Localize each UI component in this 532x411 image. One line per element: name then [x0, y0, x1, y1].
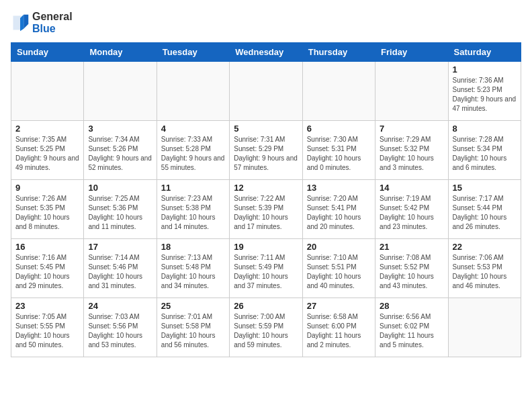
day-number: 7	[380, 124, 443, 134]
day-info: Sunrise: 7:30 AMSunset: 5:31 PMDaylight:…	[307, 135, 371, 173]
day-info: Sunrise: 7:05 AMSunset: 5:55 PMDaylight:…	[15, 312, 79, 350]
calendar-cell: 28Sunrise: 6:56 AMSunset: 6:02 PMDayligh…	[375, 298, 448, 357]
day-info: Sunrise: 7:36 AMSunset: 5:23 PMDaylight:…	[453, 76, 517, 113]
day-info: Sunrise: 7:13 AMSunset: 5:48 PMDaylight:…	[161, 253, 225, 291]
day-number: 17	[88, 242, 152, 252]
day-info: Sunrise: 7:26 AMSunset: 5:35 PMDaylight:…	[15, 194, 79, 232]
calendar-cell: 12Sunrise: 7:22 AMSunset: 5:39 PMDayligh…	[230, 180, 302, 239]
day-number: 19	[234, 242, 298, 252]
day-number: 12	[234, 183, 298, 193]
calendar-week-1: 2Sunrise: 7:35 AMSunset: 5:25 PMDaylight…	[11, 121, 521, 180]
calendar-cell: 8Sunrise: 7:28 AMSunset: 5:34 PMDaylight…	[448, 121, 521, 180]
calendar-week-4: 23Sunrise: 7:05 AMSunset: 5:55 PMDayligh…	[11, 298, 521, 357]
day-number: 11	[161, 183, 225, 193]
calendar-week-0: 1Sunrise: 7:36 AMSunset: 5:23 PMDaylight…	[11, 62, 521, 121]
day-number: 28	[380, 301, 443, 311]
calendar-cell: 25Sunrise: 7:01 AMSunset: 5:58 PMDayligh…	[157, 298, 229, 357]
day-info: Sunrise: 7:34 AMSunset: 5:26 PMDaylight:…	[88, 135, 152, 173]
col-header-monday: Monday	[84, 43, 157, 62]
calendar-table: SundayMondayTuesdayWednesdayThursdayFrid…	[11, 42, 521, 357]
day-number: 10	[88, 183, 152, 193]
day-info: Sunrise: 7:28 AMSunset: 5:34 PMDaylight:…	[453, 135, 517, 173]
day-number: 21	[380, 242, 443, 252]
calendar-cell: 3Sunrise: 7:34 AMSunset: 5:26 PMDaylight…	[84, 121, 157, 180]
day-info: Sunrise: 7:29 AMSunset: 5:32 PMDaylight:…	[380, 135, 443, 173]
day-info: Sunrise: 7:16 AMSunset: 5:45 PMDaylight:…	[15, 253, 79, 291]
page-header: General Blue	[11, 11, 521, 34]
day-info: Sunrise: 7:01 AMSunset: 5:58 PMDaylight:…	[161, 312, 225, 350]
calendar-cell: 24Sunrise: 7:03 AMSunset: 5:56 PMDayligh…	[84, 298, 157, 357]
calendar-cell	[375, 62, 448, 121]
day-info: Sunrise: 7:22 AMSunset: 5:39 PMDaylight:…	[234, 194, 298, 232]
day-number: 23	[15, 301, 79, 311]
calendar-cell: 27Sunrise: 6:58 AMSunset: 6:00 PMDayligh…	[302, 298, 375, 357]
day-info: Sunrise: 6:56 AMSunset: 6:02 PMDaylight:…	[380, 312, 443, 350]
logo: General Blue	[11, 11, 73, 34]
calendar-cell: 2Sunrise: 7:35 AMSunset: 5:25 PMDaylight…	[11, 121, 84, 180]
day-number: 26	[234, 301, 298, 311]
day-info: Sunrise: 7:08 AMSunset: 5:52 PMDaylight:…	[380, 253, 443, 291]
calendar-cell: 18Sunrise: 7:13 AMSunset: 5:48 PMDayligh…	[157, 239, 229, 298]
day-info: Sunrise: 7:19 AMSunset: 5:42 PMDaylight:…	[380, 194, 443, 232]
calendar-cell: 10Sunrise: 7:25 AMSunset: 5:36 PMDayligh…	[84, 180, 157, 239]
calendar-cell: 4Sunrise: 7:33 AMSunset: 5:28 PMDaylight…	[157, 121, 229, 180]
day-info: Sunrise: 7:11 AMSunset: 5:49 PMDaylight:…	[234, 253, 298, 291]
calendar-cell: 15Sunrise: 7:17 AMSunset: 5:44 PMDayligh…	[448, 180, 521, 239]
day-info: Sunrise: 7:06 AMSunset: 5:53 PMDaylight:…	[453, 253, 517, 291]
day-number: 15	[453, 183, 517, 193]
calendar-cell	[302, 62, 375, 121]
logo-text: General Blue	[32, 11, 73, 34]
col-header-wednesday: Wednesday	[230, 43, 302, 62]
day-info: Sunrise: 7:20 AMSunset: 5:41 PMDaylight:…	[307, 194, 371, 232]
day-info: Sunrise: 7:14 AMSunset: 5:46 PMDaylight:…	[88, 253, 152, 291]
day-number: 2	[15, 124, 79, 134]
day-info: Sunrise: 7:33 AMSunset: 5:28 PMDaylight:…	[161, 135, 225, 173]
day-info: Sunrise: 6:58 AMSunset: 6:00 PMDaylight:…	[307, 312, 371, 350]
calendar-cell: 9Sunrise: 7:26 AMSunset: 5:35 PMDaylight…	[11, 180, 84, 239]
calendar-cell: 20Sunrise: 7:10 AMSunset: 5:51 PMDayligh…	[302, 239, 375, 298]
col-header-thursday: Thursday	[302, 43, 375, 62]
calendar-cell: 22Sunrise: 7:06 AMSunset: 5:53 PMDayligh…	[448, 239, 521, 298]
calendar-cell: 5Sunrise: 7:31 AMSunset: 5:29 PMDaylight…	[230, 121, 302, 180]
day-info: Sunrise: 7:00 AMSunset: 5:59 PMDaylight:…	[234, 312, 298, 350]
day-info: Sunrise: 7:35 AMSunset: 5:25 PMDaylight:…	[15, 135, 79, 173]
day-number: 16	[15, 242, 79, 252]
day-number: 25	[161, 301, 225, 311]
day-number: 9	[15, 183, 79, 193]
calendar-cell	[230, 62, 302, 121]
day-info: Sunrise: 7:23 AMSunset: 5:38 PMDaylight:…	[161, 194, 225, 232]
day-number: 20	[307, 242, 371, 252]
calendar-cell: 16Sunrise: 7:16 AMSunset: 5:45 PMDayligh…	[11, 239, 84, 298]
calendar-cell: 14Sunrise: 7:19 AMSunset: 5:42 PMDayligh…	[375, 180, 448, 239]
svg-marker-1	[24, 14, 28, 28]
day-number: 3	[88, 124, 152, 134]
col-header-sunday: Sunday	[11, 43, 84, 62]
col-header-tuesday: Tuesday	[157, 43, 229, 62]
day-number: 8	[453, 124, 517, 134]
calendar-cell	[157, 62, 229, 121]
calendar-cell: 1Sunrise: 7:36 AMSunset: 5:23 PMDaylight…	[448, 62, 521, 121]
day-info: Sunrise: 7:31 AMSunset: 5:29 PMDaylight:…	[234, 135, 298, 173]
day-number: 18	[161, 242, 225, 252]
day-info: Sunrise: 7:10 AMSunset: 5:51 PMDaylight:…	[307, 253, 371, 291]
calendar-week-2: 9Sunrise: 7:26 AMSunset: 5:35 PMDaylight…	[11, 180, 521, 239]
calendar-cell	[11, 62, 84, 121]
day-number: 1	[453, 64, 517, 75]
day-number: 22	[453, 242, 517, 252]
day-info: Sunrise: 7:03 AMSunset: 5:56 PMDaylight:…	[88, 312, 152, 350]
day-number: 5	[234, 124, 298, 134]
day-number: 24	[88, 301, 152, 311]
calendar-cell	[84, 62, 157, 121]
day-number: 6	[307, 124, 371, 134]
calendar-week-3: 16Sunrise: 7:16 AMSunset: 5:45 PMDayligh…	[11, 239, 521, 298]
logo-icon	[11, 13, 30, 32]
day-info: Sunrise: 7:25 AMSunset: 5:36 PMDaylight:…	[88, 194, 152, 232]
calendar-cell: 6Sunrise: 7:30 AMSunset: 5:31 PMDaylight…	[302, 121, 375, 180]
calendar-cell: 23Sunrise: 7:05 AMSunset: 5:55 PMDayligh…	[11, 298, 84, 357]
day-number: 4	[161, 124, 225, 134]
calendar-cell: 17Sunrise: 7:14 AMSunset: 5:46 PMDayligh…	[84, 239, 157, 298]
calendar-cell: 7Sunrise: 7:29 AMSunset: 5:32 PMDaylight…	[375, 121, 448, 180]
calendar-cell: 19Sunrise: 7:11 AMSunset: 5:49 PMDayligh…	[230, 239, 302, 298]
calendar-cell: 21Sunrise: 7:08 AMSunset: 5:52 PMDayligh…	[375, 239, 448, 298]
calendar-cell	[448, 298, 521, 357]
